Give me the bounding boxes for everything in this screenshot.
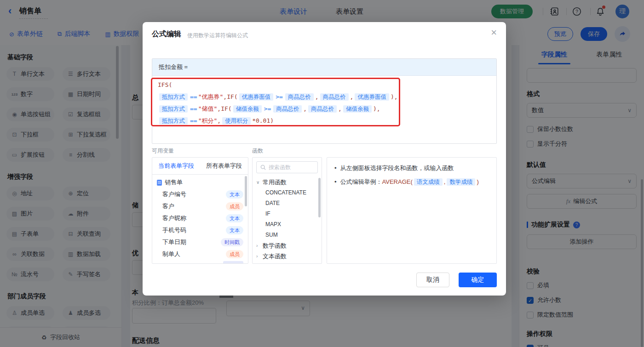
formula-token: ): [477, 178, 478, 185]
formula-token: "储值": [198, 105, 218, 112]
tip-row: • 公式编辑举例：AVERAGE(语文成绩,数学成绩): [334, 177, 489, 187]
function-group-label: 常用函数: [263, 178, 287, 187]
tip-row: • 从左侧面板选择字段名和函数，或输入函数: [334, 163, 489, 173]
formula-token: "积分": [198, 117, 218, 124]
variable-name: 客户: [162, 202, 174, 210]
variable-type-badge: 成员: [226, 202, 243, 210]
field-chip[interactable]: 优惠券面值: [355, 93, 389, 101]
variable-name: 手机号码: [162, 226, 186, 234]
variable-item[interactable]: 客户昵称文本: [152, 212, 248, 224]
variable-item[interactable]: 客户成员: [152, 200, 248, 212]
variables-scrollbar[interactable]: [245, 176, 247, 206]
variables-label: 可用变量: [152, 147, 174, 155]
field-chip[interactable]: 优惠券面值: [239, 93, 274, 101]
functions-tree: ∨常用函数CONCATENATEDATEIFMAPXSUM›数学函数›文本函数: [253, 177, 322, 262]
field-chip[interactable]: 商品总价: [285, 93, 314, 101]
formula-token: ,: [303, 105, 307, 112]
formula-target: 抵扣金额 =: [152, 59, 496, 76]
function-item[interactable]: SUM: [253, 230, 322, 240]
functions-scrollbar[interactable]: [318, 178, 321, 217]
field-chip[interactable]: 语文成绩: [414, 178, 443, 186]
formula-token: "优惠券": [198, 93, 224, 100]
function-group-label: 文本函数: [263, 252, 287, 261]
variable-name: 制单人: [162, 250, 180, 258]
formula-token: ),: [391, 93, 398, 100]
formula-line: 抵扣方式=="积分",使用积分*0.01): [158, 115, 491, 127]
formula-token: *0.01): [252, 117, 274, 124]
variable-type-badge: 文本: [226, 226, 243, 234]
formula-line: 抵扣方式=="储值",IF(储值余额>=商品总价,商品总价,储值余额),: [158, 103, 491, 115]
formula-edit-modal: 公式编辑 使用数学运算符编辑公式 × 抵扣金额 = IFS(抵扣方式=="优惠券…: [143, 22, 506, 296]
formula-token: ,: [217, 117, 221, 124]
field-chip[interactable]: 数学成绩: [447, 178, 475, 186]
cancel-button[interactable]: 取消: [416, 273, 449, 287]
clipped-badge: [223, 261, 243, 263]
function-item[interactable]: IF: [253, 209, 322, 219]
field-chip[interactable]: 抵扣方式: [159, 93, 188, 101]
formula-editor[interactable]: 抵扣金额 = IFS(抵扣方式=="优惠券",IF(优惠券面值>=商品总价,商品…: [152, 58, 497, 144]
variable-item[interactable]: 手机号码文本: [152, 224, 248, 236]
formula-token: 公式编辑举例：: [340, 178, 382, 185]
function-search-input[interactable]: 搜索函数: [256, 161, 318, 173]
tab-current-form-fields[interactable]: 当前表单字段: [152, 158, 200, 174]
chevron-right-icon: ›: [256, 254, 263, 259]
field-chip[interactable]: 抵扣方式: [159, 117, 188, 125]
formula-token: ),: [373, 105, 380, 112]
variable-item[interactable]: 客户编号文本: [152, 188, 248, 200]
field-chip[interactable]: 商品总价: [273, 105, 302, 113]
formula-token: ==: [190, 117, 197, 124]
formula-token: ==: [190, 105, 197, 112]
modal-subtitle: 使用数学运算符编辑公式: [187, 32, 248, 40]
confirm-button[interactable]: 确定: [459, 273, 497, 287]
functions-panel: 搜索函数 ∨常用函数CONCATENATEDATEIFMAPXSUM›数学函数›…: [252, 157, 322, 264]
field-chip[interactable]: 使用积分: [222, 117, 251, 125]
variables-list: 销售单 客户编号文本客户成员客户昵称文本手机号码文本下单日期时间戳制单人成员: [152, 175, 248, 260]
tip-text: 从左侧面板选择字段名和函数，或输入函数: [340, 163, 454, 173]
close-icon[interactable]: ×: [491, 28, 497, 38]
formula-token: ,IF(: [217, 105, 231, 112]
formula-line: 抵扣方式=="优惠券",IF(优惠券面值>=商品总价,商品总价,优惠券面值),: [158, 91, 491, 103]
function-group-label: 数学函数: [263, 242, 287, 250]
functions-label: 函数: [252, 147, 263, 155]
variable-name: 客户昵称: [162, 214, 186, 222]
bullet: •: [334, 163, 337, 173]
variable-type-badge: 成员: [226, 250, 243, 258]
variable-name: 客户编号: [162, 190, 186, 199]
function-item[interactable]: MAPX: [253, 219, 322, 230]
variables-root-label: 销售单: [165, 178, 183, 187]
formula-token: >=: [264, 105, 271, 112]
function-group[interactable]: ∨常用函数: [253, 177, 322, 188]
formula-token: ==: [190, 93, 197, 100]
formula-line: IFS(: [158, 79, 491, 91]
function-group[interactable]: ›文本函数: [253, 251, 322, 262]
formula-token: IFS(: [158, 81, 172, 88]
tab-all-form-fields[interactable]: 所有表单字段: [200, 158, 248, 174]
modal-title: 公式编辑: [152, 29, 181, 39]
search-icon: [260, 165, 266, 170]
formula-token: >=: [276, 93, 283, 100]
formula-token: AVERAGE(: [382, 178, 413, 185]
function-item[interactable]: DATE: [253, 198, 322, 209]
variables-panel: 当前表单字段 所有表单字段 销售单 客户编号文本客户成员客户昵称文本手机号码文本…: [152, 157, 248, 264]
field-chip[interactable]: 抵扣方式: [159, 105, 188, 113]
variables-tabs: 当前表单字段 所有表单字段: [152, 158, 248, 175]
formula-code[interactable]: IFS(抵扣方式=="优惠券",IF(优惠券面值>=商品总价,商品总价,优惠券面…: [152, 76, 496, 130]
field-chip[interactable]: 储值余额: [343, 105, 372, 113]
field-chip[interactable]: 商品总价: [308, 105, 337, 113]
formula-token: ,: [315, 93, 319, 100]
field-chip[interactable]: 储值余额: [233, 105, 262, 113]
variables-root[interactable]: 销售单: [152, 176, 248, 188]
search-placeholder: 搜索函数: [269, 164, 291, 171]
function-item[interactable]: CONCATENATE: [253, 188, 322, 198]
variable-item[interactable]: 下单日期时间戳: [152, 236, 248, 248]
formula-token: ,: [444, 178, 446, 185]
variable-name: 下单日期: [162, 238, 186, 246]
formula-token: ,: [350, 93, 354, 100]
function-group[interactable]: ›数学函数: [253, 240, 322, 251]
variable-item[interactable]: 制单人成员: [152, 248, 248, 260]
variable-type-badge: 时间戳: [221, 238, 243, 246]
tip-example: 公式编辑举例：AVERAGE(语文成绩,数学成绩): [340, 177, 479, 187]
field-chip[interactable]: 商品总价: [320, 93, 349, 101]
app: ‹ 销售单 表单设计 表单设置 数据管理 ?: [0, 0, 644, 347]
formula-token: ,IF(: [223, 93, 237, 100]
